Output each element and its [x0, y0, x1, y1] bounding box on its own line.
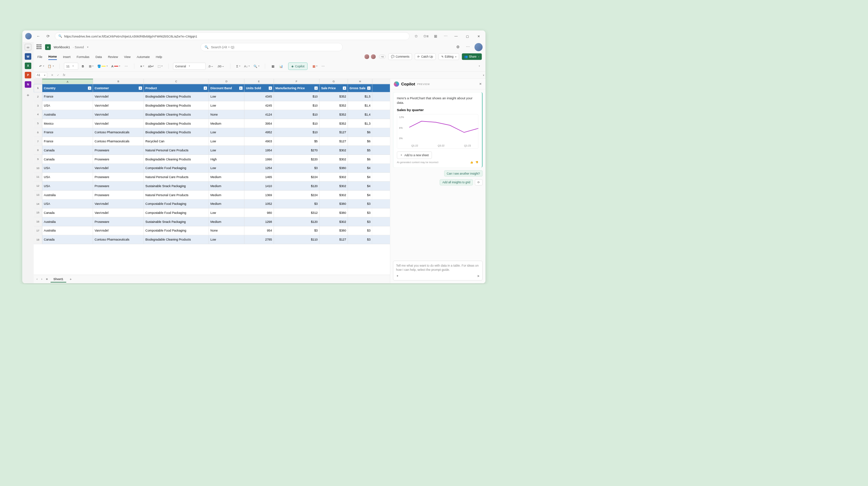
cell[interactable]: Proseware [93, 155, 144, 164]
row-header[interactable]: 7 [34, 137, 42, 145]
cell[interactable]: USA [42, 164, 93, 173]
table-header-cell[interactable]: Country▾ [42, 84, 93, 92]
cell[interactable]: France [42, 128, 93, 137]
collections-icon[interactable]: ▭ [25, 44, 31, 50]
cell[interactable]: Biodegradable Cleaning Products [144, 101, 209, 110]
comments-button[interactable]: 💬 Comments [388, 53, 412, 60]
row-header[interactable]: 15 [34, 208, 42, 217]
cell[interactable]: VanArsdel [93, 119, 144, 128]
cell[interactable]: Low [209, 235, 244, 244]
presence-avatar[interactable] [364, 54, 369, 59]
cell[interactable]: 1369 [244, 191, 274, 199]
cell[interactable]: $220 [274, 155, 320, 164]
prompt-guide-icon[interactable]: ✦ [396, 274, 399, 278]
cell[interactable]: $10 [274, 101, 320, 110]
filter-icon[interactable]: ▾ [88, 86, 91, 90]
cell[interactable]: Recycled Can [144, 137, 209, 145]
tab-file[interactable]: File [37, 54, 42, 60]
cell[interactable]: $4 [348, 191, 372, 199]
suggestion-chip[interactable]: Can I see another insight? [444, 170, 483, 177]
cell[interactable]: $224 [274, 173, 320, 181]
cell[interactable]: $3 [348, 199, 372, 208]
column-header[interactable]: C [144, 79, 209, 84]
fx-icon[interactable]: fx [63, 73, 65, 76]
more-icon[interactable]: ⋯ [442, 33, 449, 39]
cell[interactable]: Canada [42, 155, 93, 164]
cell[interactable]: $352 [319, 110, 348, 119]
cell[interactable]: Proseware [93, 217, 144, 226]
tab-formulas[interactable]: Formulas [77, 54, 90, 60]
add-sheet-button[interactable]: ＋ [68, 276, 73, 282]
more-icon[interactable]: ⋯ [465, 44, 471, 50]
cell[interactable]: 1465 [244, 173, 274, 181]
row-header[interactable]: 18 [34, 235, 42, 244]
account-avatar[interactable] [475, 43, 483, 51]
cell[interactable]: Low [209, 101, 244, 110]
name-box[interactable]: A1 ▾ [35, 72, 47, 78]
cell[interactable]: Proseware [93, 146, 144, 154]
cell[interactable]: 4903 [244, 137, 274, 145]
align-button[interactable]: ≡▾ [139, 62, 145, 69]
cell[interactable]: $302 [319, 155, 348, 164]
row-header[interactable]: 2 [34, 92, 42, 101]
table-header-cell[interactable]: Gross Sale▾ [348, 84, 372, 92]
table-header-cell[interactable]: Discount Band▾ [209, 84, 244, 92]
font-color-button[interactable]: A▾ [110, 62, 122, 69]
word-icon[interactable]: W [25, 53, 31, 60]
cell[interactable]: Contoso Pharmaceuticals [93, 128, 144, 137]
presence-overflow[interactable]: +4 [379, 55, 386, 59]
decrease-decimal-button[interactable]: .0→ [207, 62, 215, 69]
cell[interactable]: $312 [274, 208, 320, 217]
address-bar[interactable]: 🔍 https://onedrive.live.com/:w:/t/EaCKkP… [55, 32, 409, 40]
cell[interactable]: VanArsdel [93, 92, 144, 101]
cell[interactable]: Low [209, 164, 244, 173]
column-header[interactable]: A [42, 79, 93, 84]
cell[interactable]: $380 [319, 208, 348, 217]
wrap-text-button[interactable]: ab↵ [147, 62, 155, 69]
cell[interactable]: $127 [319, 137, 348, 145]
cell[interactable]: Canada [42, 235, 93, 244]
cell[interactable]: 1254 [244, 164, 274, 173]
copilot-button[interactable]: ◈ Copilot [288, 62, 307, 70]
cell[interactable]: USA [42, 173, 93, 181]
find-button[interactable]: 🔍▾ [252, 62, 260, 69]
undo-button[interactable]: ↶▾ [38, 62, 45, 69]
editing-mode-button[interactable]: ✎ Editing ▾ [439, 53, 459, 60]
sort-filter-button[interactable]: A↓▾ [243, 62, 251, 69]
cell[interactable]: Biodegradable Cleaning Products [144, 155, 209, 164]
cell[interactable]: $3 [348, 217, 372, 226]
increase-decimal-button[interactable]: .00→ [216, 62, 226, 69]
cell[interactable]: None [209, 226, 244, 235]
cell[interactable]: Low [209, 128, 244, 137]
minimize-button[interactable]: — [452, 33, 460, 39]
bold-button[interactable]: B [80, 62, 86, 69]
row-header[interactable]: 12 [34, 182, 42, 190]
sheet-list-button[interactable]: ≡ [45, 277, 49, 282]
row-header[interactable]: 14 [34, 199, 42, 208]
add-to-sheet-button[interactable]: ＋ Add to a new sheet [397, 151, 432, 159]
cell[interactable]: Sustainable Snack Packaging [144, 217, 209, 226]
cell[interactable]: Contoso Pharmaceuticals [93, 235, 144, 244]
cell[interactable]: 1410 [244, 182, 274, 190]
cell[interactable]: $352 [319, 119, 348, 128]
cell[interactable]: Proseware [93, 182, 144, 190]
favorite-icon[interactable]: ✩ [413, 33, 419, 39]
cell[interactable]: Natural Personal Care Products [144, 146, 209, 154]
cell[interactable]: $10 [274, 128, 320, 137]
sheet-tab[interactable]: Sheet1 [51, 276, 66, 283]
cell[interactable]: $270 [274, 146, 320, 154]
table-header-cell[interactable]: Manufacturing Price▾ [274, 84, 320, 92]
cell[interactable]: Medium [209, 199, 244, 208]
cell[interactable]: Compostable Food Packaging [144, 164, 209, 173]
cell[interactable]: Biodegradable Cleaning Products [144, 235, 209, 244]
cell[interactable]: 1954 [244, 146, 274, 154]
onenote-icon[interactable]: N [25, 81, 31, 88]
select-all-corner[interactable] [34, 79, 42, 84]
cell[interactable]: Canada [42, 146, 93, 154]
table-header-cell[interactable]: Customer▾ [93, 84, 144, 92]
cell[interactable]: $127 [319, 235, 348, 244]
back-button[interactable]: ← [35, 33, 42, 39]
cell[interactable]: 4245 [244, 101, 274, 110]
cell[interactable]: Biodegradable Cleaning Products [144, 128, 209, 137]
column-header[interactable]: F [274, 79, 320, 84]
